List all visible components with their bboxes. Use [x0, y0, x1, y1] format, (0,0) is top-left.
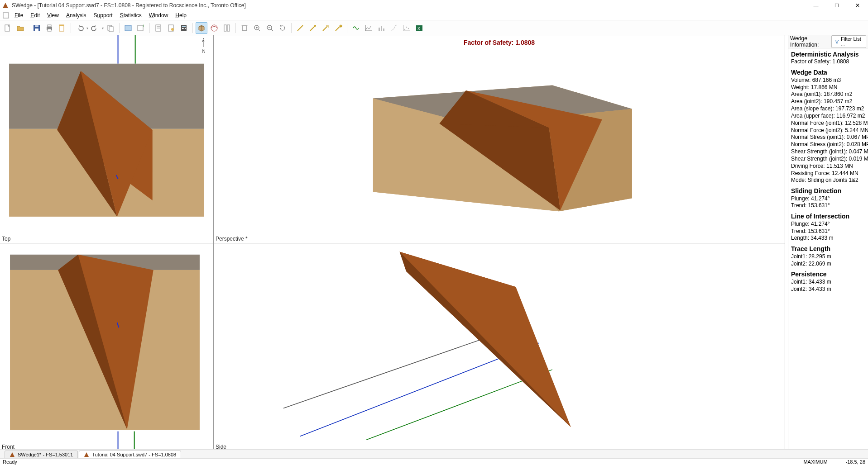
section-wedge-data: Wedge Data — [791, 68, 865, 76]
info-row: Resisting Force: 12.444 MN — [791, 170, 865, 177]
rotate-button[interactable] — [277, 22, 288, 34]
svg-marker-92 — [10, 452, 14, 457]
document-tabs: SWedge1* - FS=1.53011 Tutorial 04 Suppor… — [0, 449, 868, 459]
sensitivity-button[interactable] — [350, 22, 362, 34]
info-row: Mode: Sliding on Joints 1&2 — [791, 177, 865, 184]
svg-point-57 — [408, 28, 409, 29]
bolt-arrow-button[interactable] — [320, 22, 331, 34]
info-row: Weight: 17.866 MN — [791, 84, 865, 91]
svg-rect-8 — [48, 29, 51, 31]
doc-tab-1-label: SWedge1* - FS=1.53011 — [18, 452, 73, 457]
info-row: Area (slope face): 197.723 m2 — [791, 105, 865, 113]
svg-point-56 — [406, 27, 407, 28]
svg-point-20 — [171, 28, 174, 31]
redo-button[interactable] — [89, 22, 101, 34]
menu-view[interactable]: View — [43, 12, 62, 19]
doc-tab-2-label: Tutorial 04 Support.swd7 - FS=1.0808 — [92, 452, 176, 457]
svg-rect-25 — [185, 28, 186, 29]
3d-view-button[interactable] — [196, 22, 207, 34]
section-trace-length: Trace Length — [791, 245, 865, 253]
info-row: Length: 34.433 m — [791, 235, 865, 242]
zoom-in-button[interactable] — [251, 22, 263, 34]
info-row: Joint2: 34.433 m — [791, 286, 865, 293]
doc-tab-2[interactable]: Tutorial 04 Support.swd7 - FS=1.0808 — [79, 451, 181, 458]
app-icon — [10, 452, 15, 457]
info-row: Plunge: 41.274° — [791, 195, 865, 203]
svg-rect-32 — [242, 26, 247, 30]
new-button[interactable] — [2, 22, 14, 34]
filter-button-label: Filter List ... — [841, 36, 863, 47]
info-panel-title: Wedge Information: — [790, 35, 831, 48]
svg-marker-0 — [3, 3, 8, 8]
input-data-button[interactable] — [153, 22, 164, 34]
print-button[interactable] — [43, 22, 55, 34]
bolt-edit-button[interactable] — [307, 22, 319, 34]
status-bar: Ready MAXIMUM -18.5, 28 — [0, 458, 868, 465]
section-persistence: Persistence — [791, 270, 865, 278]
report-button[interactable] — [165, 22, 177, 34]
chart-line-button[interactable] — [363, 22, 374, 34]
info-viewer-button[interactable] — [221, 22, 233, 34]
chart-cum-button[interactable] — [388, 22, 400, 34]
mdi-icon — [3, 12, 9, 19]
add-item-button[interactable]: + — [135, 22, 147, 34]
svg-rect-52 — [379, 28, 380, 31]
zoom-out-button[interactable] — [264, 22, 276, 34]
project-settings-button[interactable] — [122, 22, 134, 34]
info-row: Joint2: 22.069 m — [791, 261, 865, 268]
maximize-button[interactable] — [826, 0, 847, 11]
menu-support[interactable]: Support — [90, 12, 116, 19]
save-button[interactable] — [31, 22, 43, 34]
menu-window[interactable]: Window — [145, 12, 172, 19]
svg-line-38 — [259, 29, 260, 31]
menu-edit[interactable]: Edit — [27, 12, 43, 19]
svg-text:X: X — [417, 26, 420, 31]
info-row: Trend: 153.631° — [791, 202, 865, 209]
menu-analysis[interactable]: Analysis — [62, 12, 90, 19]
doc-tab-1[interactable]: SWedge1* - FS=1.53011 — [5, 451, 78, 458]
calculator-button[interactable] — [178, 22, 190, 34]
info-row: Area (joint1): 187.860 m2 — [791, 91, 865, 98]
work-area: N Top Factor of Safety: 1.0808 — [0, 35, 868, 451]
zoom-extents-button[interactable] — [239, 22, 250, 34]
svg-rect-24 — [183, 28, 184, 29]
svg-rect-30 — [224, 25, 226, 31]
close-button[interactable] — [847, 0, 868, 11]
svg-point-29 — [211, 25, 217, 31]
open-button[interactable] — [14, 22, 26, 34]
info-row: Trend: 153.631° — [791, 228, 865, 235]
status-coords: -18.5, 28 — [846, 459, 865, 465]
menu-file[interactable]: File — [11, 12, 27, 19]
bolt-star-button[interactable]: ✱ — [332, 22, 344, 34]
view-side[interactable]: Side — [213, 243, 785, 451]
view-top[interactable]: N Top — [0, 35, 214, 243]
svg-rect-12 — [109, 27, 113, 32]
app-icon — [84, 452, 89, 457]
excel-button[interactable]: X — [413, 22, 425, 34]
info-row: Plunge: 41.274° — [791, 221, 865, 228]
view-perspective[interactable]: Factor of Safety: 1.0808 Perspective * — [213, 35, 785, 243]
svg-line-42 — [271, 29, 273, 31]
undo-button[interactable] — [74, 22, 86, 34]
fos-banner: Factor of Safety: 1.0808 — [464, 39, 535, 46]
chart-scatter-button[interactable] — [401, 22, 412, 34]
minimize-button[interactable] — [806, 0, 826, 11]
filter-icon — [834, 39, 839, 44]
svg-rect-1 — [3, 13, 9, 18]
info-row: Joint1: 28.295 m — [791, 253, 865, 261]
menu-bar: File Edit View Analysis Support Statisti… — [0, 11, 868, 20]
svg-rect-22 — [182, 26, 186, 27]
menu-help[interactable]: Help — [172, 12, 190, 19]
filter-list-button[interactable]: Filter List ... — [831, 35, 866, 48]
menu-statistics[interactable]: Statistics — [116, 12, 145, 19]
viewport-grid: N Top Factor of Safety: 1.0808 — [0, 35, 785, 451]
copy-button[interactable] — [105, 22, 116, 34]
info-row: Shear Strength (joint1): 0.047 MPa — [791, 148, 865, 156]
export-button[interactable] — [56, 22, 68, 34]
chart-bar-button[interactable] — [375, 22, 387, 34]
svg-rect-4 — [35, 28, 38, 31]
bolt-button[interactable] — [294, 22, 306, 34]
view-front[interactable]: Front — [0, 243, 214, 451]
svg-rect-7 — [48, 25, 51, 27]
stereonet-button[interactable] — [208, 22, 220, 34]
